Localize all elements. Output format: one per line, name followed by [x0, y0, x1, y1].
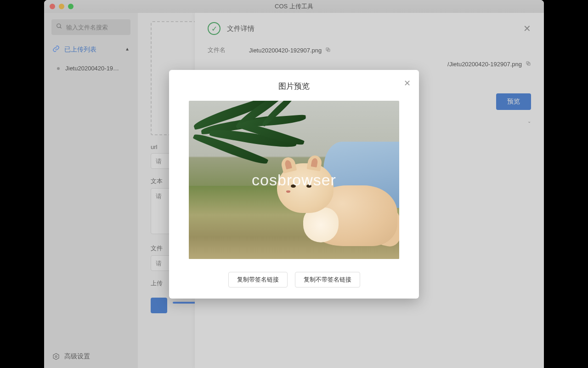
copy-signed-link-button[interactable]: 复制带签名链接	[228, 272, 288, 288]
app-window: COS 上传工具 已上传列表 ▼	[44, 0, 544, 368]
close-modal-icon[interactable]: ✕	[404, 78, 411, 88]
copy-unsigned-link-button[interactable]: 复制不带签名链接	[295, 272, 360, 288]
preview-image: cosbrowser	[189, 101, 399, 259]
modal-backdrop[interactable]: ✕ 图片预览	[44, 0, 544, 368]
watermark-text: cosbrowser	[252, 171, 336, 189]
modal-title: 图片预览	[278, 81, 310, 92]
image-preview-modal: ✕ 图片预览	[169, 70, 419, 299]
